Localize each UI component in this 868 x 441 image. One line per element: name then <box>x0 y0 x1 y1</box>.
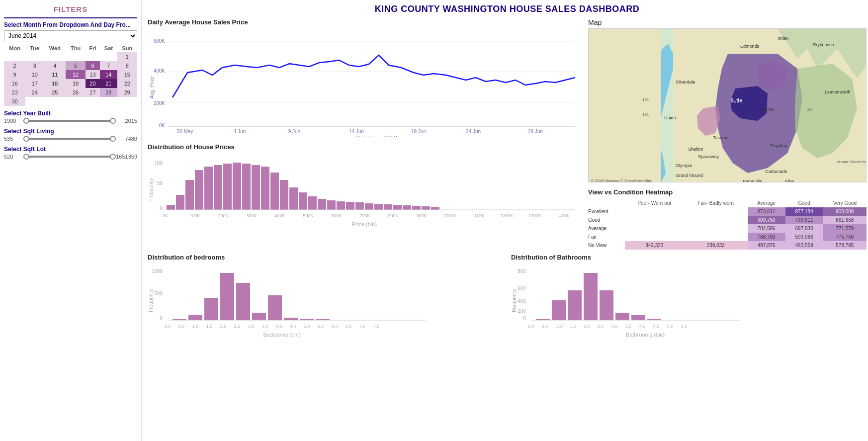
cal-day[interactable]: 5 <box>66 61 85 70</box>
cal-day[interactable]: 24 <box>25 88 44 97</box>
cal-day[interactable]: 22 <box>117 79 137 88</box>
cal-day[interactable]: 21 <box>100 79 117 88</box>
cal-day[interactable]: 10 <box>25 70 44 79</box>
svg-rect-48 <box>412 206 421 210</box>
bedroom-chart: Distribution of bedrooms 1000 500 0 Freq… <box>148 254 503 369</box>
cal-day[interactable]: 19 <box>66 79 85 88</box>
cal-day[interactable]: 16 <box>4 79 25 88</box>
bottom-row: Distribution of bedrooms 1000 500 0 Freq… <box>148 254 867 369</box>
hm-row-noview: No View 342,333 239,032 497,876 463,559 … <box>588 241 867 250</box>
svg-text:0: 0 <box>160 316 163 321</box>
hm-cell <box>625 207 684 216</box>
svg-text:19 Jun: 19 Jun <box>411 129 426 134</box>
svg-text:Tacoma: Tacoma <box>713 135 729 140</box>
hm-cell: 342,333 <box>625 241 684 250</box>
svg-text:Leavenworth: Leavenworth <box>825 89 851 94</box>
cal-day[interactable]: 9 <box>4 70 25 79</box>
sqft-lot-label: Select Sqft Lot <box>4 146 137 153</box>
cal-day[interactable]: 27 <box>86 88 100 97</box>
bathroom-chart: Distribution of Bathrooms 800 600 400 20… <box>511 254 867 369</box>
cal-day[interactable]: 25 <box>44 88 66 97</box>
cal-day[interactable]: 4 <box>44 61 66 70</box>
hm-row-good: Good 909,750 739,611 661,658 <box>588 216 867 224</box>
svg-text:Edmonds: Edmonds <box>740 44 760 49</box>
hm-header-2: Fair- Badly worn <box>684 199 748 207</box>
svg-text:200K: 200K <box>218 213 228 218</box>
hm-cell: 497,876 <box>748 241 785 250</box>
cal-day[interactable]: 7 <box>100 61 117 70</box>
month-dropdown[interactable]: June 2014 <box>4 30 137 41</box>
svg-text:800K: 800K <box>388 213 398 218</box>
svg-text:Elbe: Elbe <box>785 179 794 182</box>
svg-text:Puyallup: Puyallup <box>770 143 787 148</box>
cal-day[interactable]: 30 <box>4 97 25 106</box>
cal-day[interactable]: 28 <box>100 88 117 97</box>
svg-text:1.0: 1.0 <box>556 324 562 329</box>
svg-text:1400K: 1400K <box>557 213 570 218</box>
year-built-thumb-left[interactable] <box>23 118 29 124</box>
svg-rect-102 <box>236 283 250 320</box>
cal-day[interactable]: 3 <box>25 61 44 70</box>
year-built-track[interactable] <box>23 120 113 122</box>
main-content: KING COUNTY WASHINGTON HOUSE SALES DASHB… <box>142 0 868 441</box>
cal-day[interactable]: 13 <box>86 70 100 79</box>
svg-text:Shelton: Shelton <box>688 147 703 152</box>
cal-day[interactable]: 26 <box>66 88 85 97</box>
cal-day[interactable]: 23 <box>4 88 25 97</box>
heatmap-title: View vs Condition Heatmap <box>588 188 867 196</box>
svg-rect-104 <box>268 295 282 320</box>
hm-cell <box>684 224 748 233</box>
cal-day[interactable]: 17 <box>25 79 44 88</box>
svg-text:Eatonville: Eatonville <box>743 179 762 182</box>
svg-rect-34 <box>280 180 288 210</box>
cal-day <box>25 97 44 106</box>
sqft-living-label: Select Sqft Living <box>4 128 137 135</box>
sqft-lot-thumb-right[interactable] <box>110 154 116 160</box>
cal-day[interactable]: 20 <box>86 79 100 88</box>
svg-text:1.5: 1.5 <box>206 324 213 329</box>
cal-day[interactable]: 8 <box>117 61 137 70</box>
svg-rect-22 <box>167 205 175 210</box>
cal-day[interactable]: 14 <box>100 70 117 79</box>
svg-rect-135 <box>584 273 598 320</box>
heatmap-container: View vs Condition Heatmap Poor- Worn out… <box>588 188 867 250</box>
hm-cell: 771,579 <box>823 224 867 233</box>
sqft-lot-track[interactable] <box>23 156 113 158</box>
map-label: Map <box>588 18 867 26</box>
svg-text:1100K: 1100K <box>472 213 485 218</box>
month-filter-label: Select Month From Dropdown And Day Fro..… <box>4 21 137 28</box>
hm-cell: 697,930 <box>785 224 823 233</box>
svg-text:14 Jun: 14 Jun <box>349 129 364 134</box>
cal-day <box>100 97 117 106</box>
year-built-thumb-right[interactable] <box>110 118 116 124</box>
svg-text:Grand Mound: Grand Mound <box>676 173 703 178</box>
sqft-living-track[interactable] <box>23 138 113 140</box>
daily-avg-chart: Daily Average House Sales Price 600K 400… <box>148 18 580 137</box>
hm-cell <box>684 233 748 241</box>
cal-day[interactable]: 2 <box>4 61 25 70</box>
svg-text:S..tle: S..tle <box>730 98 742 103</box>
svg-rect-44 <box>374 204 383 210</box>
cal-day[interactable]: 11 <box>44 70 66 79</box>
sqft-lot-slider-row: 520 1651359 <box>4 154 137 160</box>
price-dist-title: Distribution of House Prices <box>148 143 580 151</box>
svg-text:1000: 1000 <box>152 268 163 274</box>
sqft-living-thumb-right[interactable] <box>110 136 116 142</box>
svg-text:Renton: Renton <box>760 107 775 112</box>
cal-day <box>44 97 66 106</box>
cal-day[interactable]: 6 <box>86 61 100 70</box>
cal-day[interactable]: 1 <box>117 52 137 61</box>
hm-header-0 <box>588 199 625 207</box>
hm-cell: 463,559 <box>785 241 823 250</box>
cal-day[interactable]: 29 <box>117 88 137 97</box>
svg-text:600K: 600K <box>331 213 342 218</box>
svg-rect-36 <box>299 192 307 210</box>
hm-header-5: Very Good <box>823 199 867 207</box>
hm-row-excellent: Excellent 873,611 977,184 908,000 <box>588 207 867 216</box>
sqft-lot-thumb-left[interactable] <box>23 154 29 160</box>
cal-day[interactable]: 18 <box>44 79 66 88</box>
sqft-living-thumb-left[interactable] <box>23 136 29 142</box>
cal-day[interactable]: 15 <box>117 70 137 79</box>
hm-label: Average <box>588 224 625 233</box>
cal-day[interactable]: 12 <box>66 70 85 79</box>
